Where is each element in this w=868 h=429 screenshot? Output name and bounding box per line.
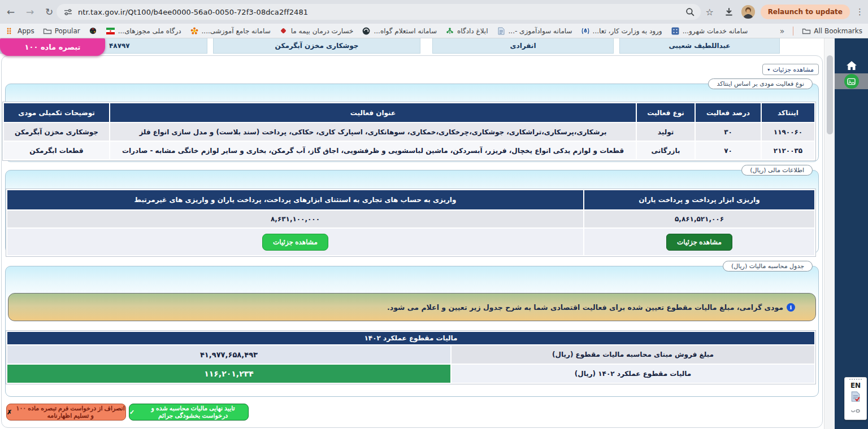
widget-extra-icon[interactable] — [850, 406, 861, 417]
col-header-percent: درصد فعالیت — [696, 103, 761, 122]
sale-base-value: ۴۱,۹۷۷,۶۵۸,۴۹۳ — [7, 345, 450, 364]
browser-toolbar: ← → ↻ ntr.tax.gov.ir/Qt100/b4ee0000-56a0… — [0, 0, 868, 24]
deposit-tools-header: واریزی ابزار پرداخت و پرداخت یاران — [584, 190, 814, 209]
forward-icon[interactable]: → — [21, 3, 38, 20]
view-details-dropdown[interactable]: مشاهده جزئیات ▾ — [762, 64, 819, 75]
knot-icon — [89, 27, 98, 36]
dark-globe-icon — [362, 27, 371, 36]
cell-title: برشکاری،پرسکاری،تراشکاری، جوشکاری،چرخکار… — [110, 123, 636, 141]
deposit-accounts-header: واریزی به حساب های تجاری به استثنای ابزا… — [7, 190, 583, 209]
green-people-icon — [445, 27, 454, 36]
translator-widget[interactable]: EN — [844, 377, 867, 420]
page-content: ۴۸۷۹۷ جوشکاری مخزن آبگرمکن انفرادی عبدال… — [0, 38, 868, 429]
cell-title: قطعات و لوازم یدکی انواع یخچال، فریزر، آ… — [110, 142, 636, 159]
col-header-intacode: اینتاکد — [762, 103, 814, 122]
col-header-type: نوع فعالیت — [637, 103, 695, 122]
bookmark-item[interactable]: سامانه خدمات شهرو... — [671, 27, 748, 36]
cancel-request-button[interactable]: انصراف از درخواست فرم تبصره ماده ۱۰۰ و ت… — [6, 404, 126, 421]
fixed-tax-label: مالیات مقطوع عملکرد ۱۴۰۲ (ریال) — [452, 365, 814, 383]
cell-intacode: ۲۱۲۰۰۳۵ — [762, 142, 814, 159]
browser-window: ← → ↻ ntr.tax.gov.ir/Qt100/b4ee0000-56a0… — [0, 0, 868, 429]
sidebar-home-item[interactable] — [835, 60, 868, 73]
deposit-accounts-value: ۸,۶۳۱,۱۰۰,۰۰۰ — [7, 211, 583, 227]
col-header-note: توضیحات تکمیلی مودی — [4, 103, 109, 122]
bookmark-folder-popular[interactable]: Popular — [43, 27, 80, 36]
dashboard-icon — [844, 74, 859, 89]
bookmark-item[interactable]: سامانه سوادآموزی -... — [497, 27, 572, 36]
all-bookmarks-button[interactable]: All Bookmarks — [802, 27, 862, 36]
tax-notice-banner: i مودی گرامی، مبلغ مالیات مقطوع تعیین شد… — [8, 293, 816, 321]
bookmark-item[interactable]: درگاه ملی مجوزهای... — [106, 27, 181, 36]
cell-note: جوشکاری مخزن آبگرمکن — [4, 123, 109, 141]
bookmark-icon-only[interactable] — [89, 27, 98, 36]
zoom-icon[interactable] — [684, 5, 697, 19]
summary-cell-name: عبداللطیف شعیبی — [619, 38, 780, 54]
profile-avatar[interactable] — [741, 5, 755, 19]
col-header-title: عنوان فعالیت — [110, 103, 636, 122]
deposit-tools-value: ۵,۸۶۱,۵۲۱,۰۰۶ — [584, 211, 814, 227]
bookmark-item[interactable]: ابلاغ دادگاه — [445, 27, 488, 36]
bookmarks-bar: Apps Popular درگاه ملی مجوزهای... سامانه… — [0, 24, 868, 38]
tax-notice-text: مودی گرامی، مبلغ مالیات مقطوع تعیین شده … — [387, 303, 783, 312]
bookmark-item[interactable]: خسارت درمان بیمه ما — [279, 27, 354, 36]
reload-icon[interactable]: ↻ — [41, 3, 58, 20]
blue-square-icon — [671, 27, 680, 36]
bookmark-item[interactable]: ورود به وزارت کار، تعا... — [581, 27, 662, 36]
cell-type: بازرگانی — [637, 142, 695, 159]
article-100-badge: تبصره ماده ۱۰۰ — [0, 38, 105, 56]
iran-flag-icon — [106, 27, 115, 36]
scrollbar-thumb[interactable] — [827, 55, 833, 134]
iran-emblem-icon — [581, 27, 590, 36]
activity-section: نوع فعالیت مودی بر اساس اینتاکد اینتاکد … — [5, 84, 819, 162]
view-details-button-bright[interactable]: مشاهده جزئیات — [262, 234, 328, 251]
cell-percent: ۳۰ — [696, 123, 761, 141]
right-sidebar: EN — [835, 38, 868, 429]
cell-percent: ۷۰ — [696, 142, 761, 159]
info-icon: i — [787, 303, 795, 312]
flower-icon — [190, 27, 199, 36]
activity-row: ۲۱۲۰۰۳۵ ۷۰ بازرگانی قطعات و لوازم یدکی ا… — [4, 142, 814, 159]
main-panel: مشاهده جزئیات ▾ نوع فعالیت مودی بر اساس … — [1, 55, 823, 428]
home-icon — [847, 61, 857, 72]
download-icon[interactable] — [722, 5, 736, 19]
chrome-menu-icon[interactable]: ⋮ — [856, 7, 862, 17]
relaunch-to-update-button[interactable]: Relaunch to update — [761, 5, 850, 19]
view-details-button-dark[interactable]: مشاهده جزئیات — [666, 234, 732, 251]
check-icon: ✓ — [129, 409, 134, 416]
financial-section: اطلاعات مالی (ریال) واریزی ابزار پرداخت … — [5, 170, 819, 253]
activity-section-legend: نوع فعالیت مودی بر اساس اینتاکد — [708, 78, 813, 89]
tax-section-legend: جدول محاسبه مالیات (ریال) — [723, 261, 813, 272]
document-check-icon[interactable] — [851, 391, 860, 404]
bookmark-item[interactable]: سامانه جامع آموزشی.... — [190, 27, 271, 36]
back-icon[interactable]: ← — [2, 3, 19, 20]
tax-table-title: مالیات مقطوع عملکرد ۱۴۰۲ — [7, 332, 814, 344]
sidebar-active-item[interactable] — [835, 73, 868, 89]
summary-cell-activity: جوشکاری مخزن آبگرمکن — [213, 38, 420, 54]
red-gem-icon — [279, 27, 288, 36]
bookmarks-separator — [793, 27, 793, 36]
tax-section: جدول محاسبه مالیات (ریال) i مودی گرامی، … — [5, 266, 819, 397]
x-icon: ✗ — [7, 409, 12, 416]
site-settings-icon[interactable] — [63, 7, 72, 16]
cell-note: قطعات ابگرمکن — [4, 142, 109, 159]
tax-table: مالیات مقطوع عملکرد ۱۴۰۲ مبلغ فروش مبنای… — [6, 330, 816, 384]
summary-cell-type: انفرادی — [432, 38, 614, 54]
activity-table: اینتاکد درصد فعالیت نوع فعالیت عنوان فعا… — [2, 102, 816, 161]
bookmark-apps[interactable]: Apps — [6, 27, 34, 36]
widget-drag-handle[interactable] — [849, 379, 862, 380]
address-bar[interactable]: ntr.tax.gov.ir/Qt100/b4ee0000-56a0-0050-… — [57, 4, 701, 20]
bookmarks-overflow[interactable]: » — [780, 27, 785, 36]
cell-type: تولید — [637, 123, 695, 141]
sale-base-label: مبلغ فروش مبنای محاسبه مالیات مقطوع (ریا… — [452, 345, 814, 364]
page-scrollbar[interactable] — [824, 38, 835, 429]
bookmark-item[interactable]: سامانه استعلام گواه... — [362, 27, 437, 36]
confirm-tax-button[interactable]: تایید نهایی مالیات محاسبه شده و درخواست … — [129, 404, 249, 421]
folder-icon — [43, 27, 52, 36]
apps-grid-icon — [6, 27, 15, 36]
document-icon — [497, 27, 506, 36]
activity-row: ۱۱۹۰۰۶۰ ۳۰ تولید برشکاری،پرسکاری،تراشکار… — [4, 123, 814, 141]
fixed-tax-value: ۱۱۶,۲۰۱,۲۳۴ — [7, 365, 450, 383]
cell-intacode: ۱۱۹۰۰۶۰ — [762, 123, 814, 141]
chevron-down-icon: ▾ — [767, 67, 770, 72]
bookmark-star-icon[interactable]: ☆ — [703, 5, 717, 19]
